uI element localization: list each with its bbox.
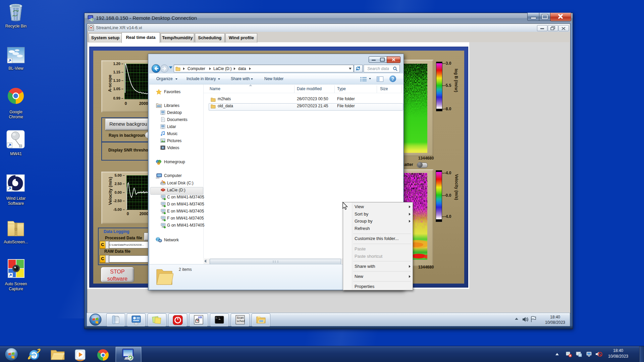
svg-text:C:\: C:\ <box>216 317 220 319</box>
svg-text:sched: sched <box>237 319 245 323</box>
svg-text:Scan: Scan <box>237 316 244 319</box>
